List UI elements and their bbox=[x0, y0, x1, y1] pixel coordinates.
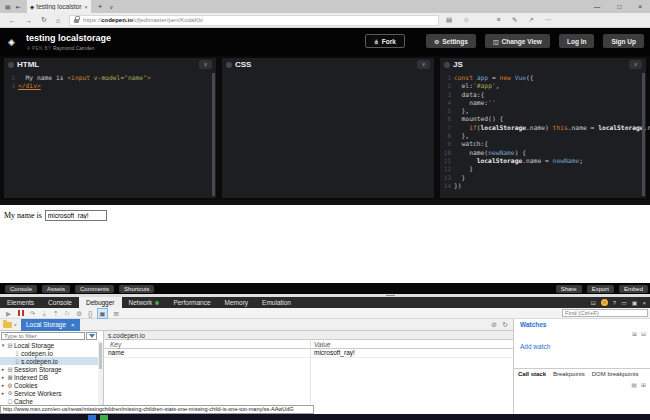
url-field[interactable]: https://codepen.io/cfjedimaster/pen/Koda… bbox=[69, 15, 439, 26]
tree-item[interactable]: ▾Local Storage bbox=[0, 341, 103, 349]
code-line[interactable]: 12 } bbox=[440, 165, 646, 173]
panel-collapse-icon[interactable] bbox=[629, 60, 642, 69]
browser-tab[interactable]: testing localstorage bbox=[27, 0, 91, 13]
new-tab-button[interactable] bbox=[98, 2, 103, 11]
code-line[interactable]: 6 mounted() { bbox=[440, 115, 646, 123]
stack-frames-icon[interactable] bbox=[631, 381, 637, 388]
window-minimize-button[interactable] bbox=[594, 3, 601, 10]
tree-item[interactable]: ▸Indexed DB bbox=[0, 373, 103, 381]
code-line[interactable]: 3 data:{ bbox=[440, 91, 646, 99]
share-button[interactable]: Share bbox=[556, 285, 582, 293]
html-code-area[interactable]: 2 My name is <input v-model="name">3</di… bbox=[4, 71, 216, 198]
back-button[interactable] bbox=[9, 17, 16, 24]
code-line[interactable]: 4 name:'' bbox=[440, 99, 646, 107]
tree-item[interactable]: s.codepen.io bbox=[0, 357, 103, 365]
reading-view-icon[interactable] bbox=[446, 16, 452, 24]
add-watch-link[interactable]: Add watch bbox=[520, 343, 550, 350]
home-button[interactable] bbox=[56, 17, 60, 24]
codepen-logo-icon[interactable] bbox=[8, 37, 15, 47]
tab-dom-breakpoints[interactable]: DOM breakpoints bbox=[592, 371, 639, 377]
pretty-print-icon[interactable] bbox=[88, 309, 92, 318]
tab-preview-icon[interactable] bbox=[5, 3, 11, 10]
js-editor-scrollbar[interactable] bbox=[642, 73, 645, 196]
column-header-value[interactable]: Value bbox=[314, 341, 330, 348]
just-my-code-icon[interactable] bbox=[97, 308, 107, 319]
tree-item[interactable]: ▸Service Workers bbox=[0, 389, 103, 397]
clear-storage-icon[interactable] bbox=[491, 321, 497, 329]
console-button[interactable]: Console bbox=[5, 285, 37, 293]
shortcuts-button[interactable]: Shortcuts bbox=[119, 285, 154, 293]
editor-settings-icon[interactable] bbox=[8, 62, 14, 68]
export-button[interactable]: Export bbox=[587, 285, 614, 293]
code-line[interactable]: 3</div> bbox=[4, 82, 216, 90]
code-line[interactable]: 2 My name is <input v-model="name"> bbox=[4, 74, 216, 82]
name-input[interactable] bbox=[45, 210, 107, 221]
continue-icon[interactable] bbox=[6, 309, 11, 318]
set-tabs-aside-icon[interactable] bbox=[16, 3, 21, 10]
html-editor-scrollbar[interactable] bbox=[212, 73, 215, 196]
local-storage-doc-tab[interactable]: Local Storage bbox=[21, 319, 80, 331]
tree-item[interactable]: codepen.io bbox=[0, 349, 103, 357]
debugger-options-icon[interactable] bbox=[114, 309, 119, 318]
code-line[interactable]: 8 }, bbox=[440, 132, 646, 140]
add-watch-icon[interactable] bbox=[632, 330, 637, 337]
more-menu-icon[interactable] bbox=[545, 16, 552, 24]
code-line[interactable]: 9 watch:{ bbox=[440, 140, 646, 148]
doc-tab-close-icon[interactable] bbox=[71, 322, 75, 328]
taskbar-app-icon[interactable] bbox=[88, 415, 96, 420]
pen-author[interactable]: Raymond Camden bbox=[53, 45, 95, 51]
panel-collapse-icon[interactable] bbox=[417, 60, 430, 69]
step-out-icon[interactable] bbox=[53, 309, 58, 318]
filter-button[interactable] bbox=[86, 332, 97, 340]
tree-item[interactable]: ▸Cookies bbox=[0, 381, 103, 389]
break-on-new-worker-icon[interactable] bbox=[64, 309, 70, 318]
sign-up-button[interactable]: Sign Up bbox=[603, 34, 644, 48]
tab-list-chevron-icon[interactable] bbox=[109, 4, 113, 10]
splitter-grip[interactable] bbox=[386, 295, 395, 296]
undock-icon[interactable] bbox=[632, 299, 638, 306]
refresh-button[interactable] bbox=[41, 16, 47, 24]
clear-watches-icon[interactable] bbox=[641, 330, 646, 337]
stack-options-icon[interactable] bbox=[641, 381, 646, 388]
panel-collapse-icon[interactable] bbox=[199, 60, 212, 69]
exception-settings-icon[interactable] bbox=[76, 309, 82, 318]
feedback-smiley-icon[interactable]: ☺ bbox=[601, 299, 608, 306]
tab-elements[interactable]: Elements bbox=[0, 297, 41, 308]
step-over-icon[interactable] bbox=[30, 309, 35, 318]
code-line[interactable]: 11 localStorage.name = newName; bbox=[440, 157, 646, 165]
help-icon[interactable] bbox=[613, 300, 616, 306]
web-note-icon[interactable] bbox=[512, 16, 517, 24]
log-in-button[interactable]: Log In bbox=[559, 34, 595, 48]
tree-item[interactable]: ▸Session Storage bbox=[0, 365, 103, 373]
code-line[interactable]: 13 } bbox=[440, 174, 646, 182]
tree-scrollbar[interactable] bbox=[98, 341, 103, 414]
tab-console[interactable]: Console bbox=[41, 297, 79, 308]
editor-settings-icon[interactable] bbox=[444, 62, 450, 68]
add-favorite-icon[interactable] bbox=[463, 16, 469, 24]
tab-performance[interactable]: Performance bbox=[166, 297, 217, 308]
break-pause-icon[interactable] bbox=[18, 310, 24, 316]
code-line[interactable]: 2 el:'#app', bbox=[440, 82, 646, 90]
embed-button[interactable]: Embed bbox=[619, 285, 648, 293]
refresh-storage-icon[interactable] bbox=[502, 321, 508, 329]
css-code-area[interactable] bbox=[222, 71, 434, 198]
step-into-icon[interactable] bbox=[41, 309, 46, 318]
find-input[interactable] bbox=[562, 309, 648, 317]
tab-memory[interactable]: Memory bbox=[218, 297, 255, 308]
tab-emulation[interactable]: Emulation bbox=[255, 297, 298, 308]
tab-debugger[interactable]: Debugger bbox=[79, 297, 122, 308]
share-icon[interactable] bbox=[528, 16, 533, 24]
code-line[interactable]: 1const app = new Vue({ bbox=[440, 74, 646, 82]
column-header-key[interactable]: Key bbox=[110, 341, 121, 348]
code-line[interactable]: 10 name(newName) { bbox=[440, 149, 646, 157]
tree-item[interactable]: Cache bbox=[0, 397, 103, 405]
storage-table-row[interactable]: namemicrosoft_ray! bbox=[104, 349, 513, 358]
window-maximize-button[interactable] bbox=[617, 3, 621, 10]
taskbar-app-icon[interactable] bbox=[100, 415, 108, 420]
tree-filter-input[interactable] bbox=[1, 332, 85, 340]
devtools-close-icon[interactable] bbox=[642, 300, 646, 306]
code-line[interactable]: 14}) bbox=[440, 182, 646, 190]
folder-dropdown-icon[interactable] bbox=[14, 322, 17, 327]
hub-icon[interactable] bbox=[497, 16, 501, 24]
select-element-icon[interactable] bbox=[591, 299, 596, 306]
